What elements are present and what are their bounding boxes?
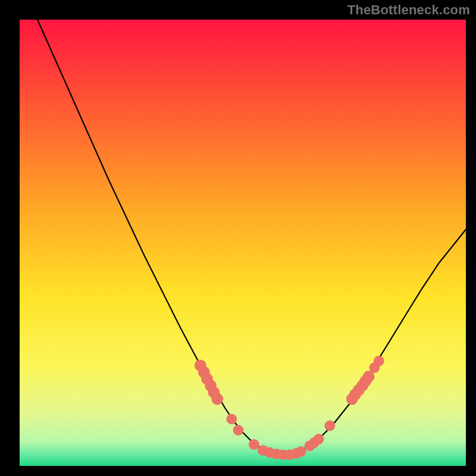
highlight-dot bbox=[314, 434, 324, 444]
chart-stage: TheBottleneck.com bbox=[0, 0, 476, 476]
highlight-dot bbox=[249, 439, 259, 450]
chart-plot-background bbox=[20, 20, 466, 466]
watermark-text: TheBottleneck.com bbox=[347, 2, 470, 18]
highlight-dot bbox=[226, 414, 237, 424]
highlight-dot bbox=[211, 393, 223, 405]
highlight-dot bbox=[324, 421, 335, 431]
bottleneck-chart bbox=[0, 0, 476, 476]
highlight-dot bbox=[296, 446, 306, 457]
highlight-dot bbox=[233, 425, 244, 436]
highlight-dot bbox=[374, 356, 384, 367]
